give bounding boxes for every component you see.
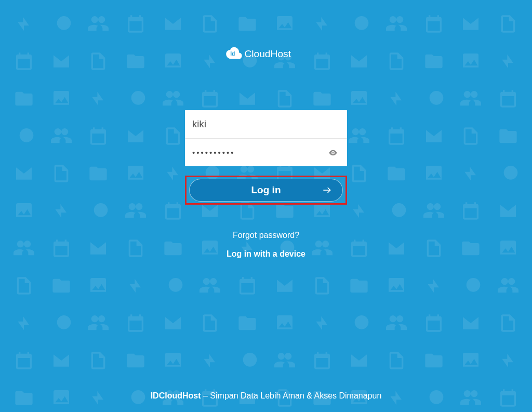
forgot-password-link[interactable]: Forgot password? bbox=[233, 231, 299, 240]
login-form bbox=[185, 110, 347, 166]
login-with-device-link[interactable]: Log in with a device bbox=[227, 249, 305, 259]
svg-text:Id: Id bbox=[230, 51, 235, 57]
show-password-icon[interactable] bbox=[328, 148, 338, 157]
password-input[interactable] bbox=[192, 139, 340, 166]
brand-logo: Id CloudHost bbox=[224, 46, 308, 62]
svg-text:CloudHost: CloudHost bbox=[244, 48, 291, 59]
username-input[interactable] bbox=[192, 110, 340, 138]
arrow-right-icon bbox=[322, 185, 332, 195]
password-field-wrapper bbox=[185, 138, 347, 166]
footer-text: – Simpan Data Lebih Aman & Akses Dimanap… bbox=[201, 391, 382, 400]
footer-brand: IDCloudHost bbox=[151, 391, 201, 400]
username-field-wrapper bbox=[185, 110, 347, 138]
login-button-highlight: Log in bbox=[185, 176, 347, 205]
login-button[interactable]: Log in bbox=[189, 179, 343, 202]
footer-tagline: IDCloudHost – Simpan Data Lebih Aman & A… bbox=[0, 391, 532, 401]
login-button-label: Log in bbox=[251, 184, 281, 196]
